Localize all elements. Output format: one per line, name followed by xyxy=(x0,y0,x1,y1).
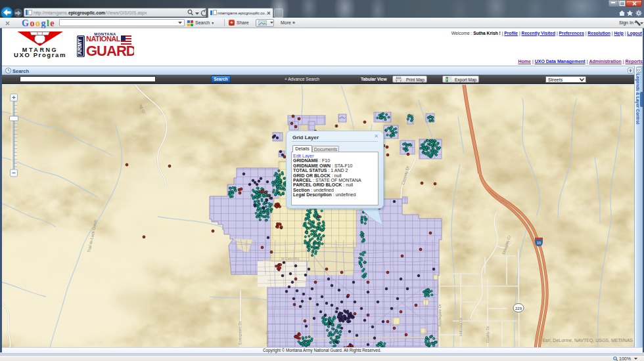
svg-text:W Cabin Rd: W Cabin Rd xyxy=(281,257,299,261)
svg-text:ARMY: ARMY xyxy=(76,38,83,54)
svg-text:Ames Dr: Ames Dr xyxy=(265,330,269,345)
svg-text:Evergreen Dr: Evergreen Dr xyxy=(238,321,242,345)
svg-text:229: 229 xyxy=(515,307,522,310)
svg-text:UXO Program: UXO Program xyxy=(14,51,66,58)
svg-text:15: 15 xyxy=(537,241,541,245)
svg-text:Orality Dr: Orality Dr xyxy=(486,326,490,343)
svg-text:Hillview Dr: Hillview Dr xyxy=(459,318,463,336)
svg-text:GUARD: GUARD xyxy=(86,43,134,57)
svg-text:Esri, DeLorme, NAVTEQ, USGS, M: Esri, DeLorme, NAVTEQ, USGS, METI/NAS xyxy=(542,338,633,343)
svg-text:Applegate Dr: Applegate Dr xyxy=(438,304,442,327)
svg-text:NATIONAL: NATIONAL xyxy=(86,35,121,43)
